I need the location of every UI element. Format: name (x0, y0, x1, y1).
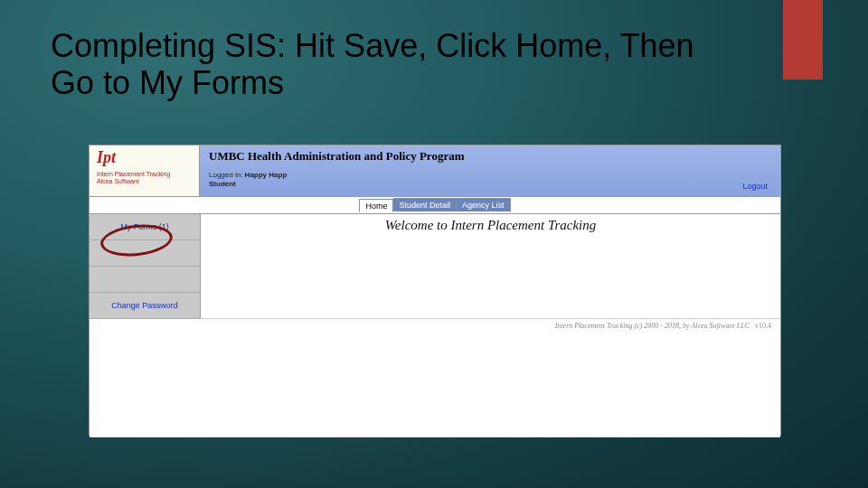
welcome-heading: Welcome to Intern Placement Tracking (201, 218, 780, 233)
sidebar-my-forms[interactable]: My Forms (1) (90, 214, 200, 240)
tab-agency-list[interactable]: Agency List (457, 198, 511, 211)
footer-copyright: Intern Placement Tracking (c) 2000 - 201… (555, 322, 750, 330)
tab-home[interactable]: Home (359, 199, 393, 212)
accent-bar (783, 0, 823, 80)
tab-student-detail[interactable]: Student Detail (393, 198, 457, 211)
app-header: Ipt Intern Placement Tracking Alcea Soft… (90, 145, 780, 197)
slide-title: Completing SIS: Hit Save, Click Home, Th… (51, 27, 738, 102)
sidebar-spacer: . (90, 267, 200, 293)
app-screenshot: Ipt Intern Placement Tracking Alcea Soft… (89, 145, 781, 436)
header-banner: UMBC Health Administration and Policy Pr… (200, 145, 780, 196)
logged-in-label: Logged in: (209, 171, 242, 179)
main-panel: Welcome to Intern Placement Tracking (201, 214, 780, 318)
program-title: UMBC Health Administration and Policy Pr… (209, 149, 771, 164)
logout-link[interactable]: Logout (742, 182, 768, 191)
logo-subtitle-2: Alcea Software (97, 178, 192, 184)
app-body: My Forms (1) . . Change Password Welcome… (90, 214, 780, 318)
logo-subtitle-1: Intern Placement Tracking (97, 171, 192, 177)
user-role: Student (209, 180, 771, 188)
logo-box: Ipt Intern Placement Tracking Alcea Soft… (90, 145, 200, 196)
sidebar: My Forms (1) . . Change Password (90, 214, 201, 318)
tab-bar: Home Student Detail Agency List (90, 197, 780, 214)
blank-area (90, 332, 780, 437)
sidebar-spacer: . (90, 240, 200, 267)
sidebar-change-password[interactable]: Change Password (90, 293, 200, 319)
logged-in-line: Logged in: Happy Happ (209, 171, 771, 179)
footer-version: v10.4 (755, 322, 771, 330)
app-footer: Intern Placement Tracking (c) 2000 - 201… (90, 318, 780, 332)
logo-text: Ipt (97, 149, 192, 165)
logged-in-name: Happy Happ (245, 171, 288, 179)
